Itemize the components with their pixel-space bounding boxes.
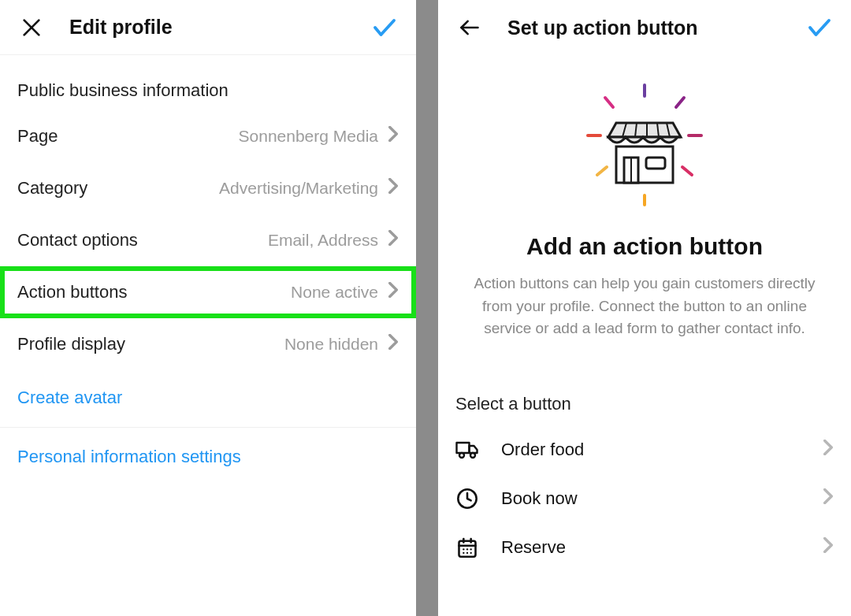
chevron-right-icon [388, 334, 399, 354]
row-label: Page [17, 126, 239, 147]
option-label: Reserve [501, 537, 823, 558]
row-value: None hidden [284, 335, 378, 354]
row-value: Email, Address [268, 231, 378, 250]
truck-icon [455, 438, 479, 462]
svg-point-22 [470, 453, 475, 458]
svg-point-21 [459, 453, 464, 458]
header-bar: Edit profile [0, 0, 416, 55]
svg-point-29 [466, 548, 468, 550]
row-label: Contact options [17, 230, 268, 250]
row-category[interactable]: Category Advertising/Marketing [0, 162, 416, 214]
hero-heading: Add an action button [462, 233, 827, 260]
svg-point-30 [470, 548, 472, 550]
svg-line-8 [597, 167, 607, 175]
option-reserve[interactable]: Reserve [438, 523, 851, 572]
section-label-business-info: Public business information [0, 55, 416, 110]
option-label: Order food [501, 440, 823, 460]
hero-body: Action buttons can help you gain custome… [463, 273, 826, 340]
chevron-right-icon [823, 537, 834, 558]
svg-point-32 [466, 551, 468, 553]
svg-rect-19 [646, 158, 665, 169]
svg-point-33 [470, 551, 472, 553]
select-button-label: Select a button [438, 372, 851, 425]
row-label: Profile display [17, 334, 284, 354]
row-value: None active [291, 283, 378, 302]
svg-rect-20 [457, 443, 470, 453]
row-label: Action buttons [17, 282, 291, 302]
row-value: Advertising/Marketing [219, 179, 378, 198]
page-title: Edit profile [69, 16, 369, 39]
option-order-food[interactable]: Order food [438, 425, 851, 474]
clock-icon [455, 487, 479, 510]
row-value: Sonnenberg Media [239, 127, 378, 146]
svg-point-28 [463, 548, 464, 550]
option-book-now[interactable]: Book now [438, 474, 851, 523]
edit-profile-screen: Edit profile Public business information… [0, 0, 416, 616]
close-icon[interactable] [16, 12, 47, 43]
calendar-icon [455, 536, 479, 559]
svg-line-9 [682, 167, 692, 175]
chevron-right-icon [823, 488, 834, 509]
svg-line-4 [605, 98, 613, 107]
row-page[interactable]: Page Sonnenberg Media [0, 110, 416, 162]
row-profile-display[interactable]: Profile display None hidden [0, 318, 416, 370]
link-create-avatar[interactable]: Create avatar [0, 370, 416, 425]
chevron-right-icon [388, 230, 399, 250]
row-action-buttons[interactable]: Action buttons None active [0, 266, 416, 318]
svg-line-5 [676, 98, 684, 107]
set-up-action-button-screen: Set up action button [438, 0, 851, 616]
page-title: Set up action button [507, 17, 804, 39]
back-arrow-icon[interactable] [454, 12, 485, 43]
chevron-right-icon [388, 126, 399, 147]
chevron-right-icon [388, 282, 399, 302]
divider [0, 427, 416, 428]
hero-block: Add an action button Action buttons can … [438, 55, 851, 372]
link-personal-information-settings[interactable]: Personal information settings [0, 429, 416, 484]
chevron-right-icon [823, 440, 834, 460]
svg-point-31 [463, 551, 464, 553]
option-label: Book now [501, 488, 823, 509]
header-bar: Set up action button [438, 0, 851, 55]
confirm-check-icon[interactable] [804, 12, 835, 43]
row-contact-options[interactable]: Contact options Email, Address [0, 214, 416, 266]
confirm-check-icon[interactable] [369, 12, 400, 43]
pane-divider [416, 0, 438, 616]
row-label: Category [17, 178, 219, 199]
chevron-right-icon [388, 178, 399, 199]
shop-illustration-icon [574, 79, 715, 213]
